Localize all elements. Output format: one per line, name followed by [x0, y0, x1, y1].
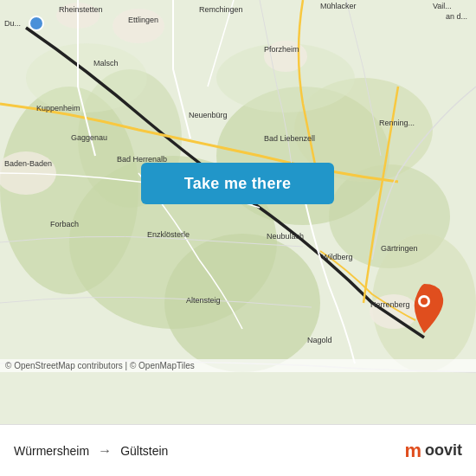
- svg-text:Gaggenau: Gaggenau: [71, 133, 107, 142]
- svg-text:Enzklösterle: Enzklösterle: [147, 230, 190, 239]
- svg-text:Baden-Baden: Baden-Baden: [4, 159, 52, 168]
- svg-text:Bad Liebenzell: Bad Liebenzell: [264, 134, 315, 143]
- map-attribution: © OpenStreetMap contributors | © OpenMap…: [0, 359, 476, 372]
- svg-text:Herrenberg: Herrenberg: [370, 300, 410, 309]
- svg-point-10: [26, 43, 147, 113]
- svg-point-11: [113, 9, 164, 43]
- svg-text:Remchingen: Remchingen: [199, 5, 243, 14]
- map-container: Rheinstetten Ettlingen Remchingen Mühlac…: [0, 0, 476, 424]
- take-me-there-button[interactable]: Take me there: [141, 163, 334, 204]
- moovit-brand-text: oovit: [425, 441, 462, 460]
- svg-text:Nagold: Nagold: [307, 336, 332, 344]
- svg-point-15: [370, 294, 418, 329]
- to-location: Gültstein: [120, 444, 168, 458]
- svg-text:Kuppenheim: Kuppenheim: [36, 104, 80, 113]
- svg-text:Forbach: Forbach: [50, 220, 79, 228]
- from-location: Würmersheim: [14, 444, 89, 458]
- route-info: Würmersheim → Gültstein: [14, 443, 404, 459]
- svg-text:Malsch: Malsch: [93, 59, 119, 68]
- route-arrow-icon: →: [98, 443, 112, 459]
- svg-text:Gärtringen: Gärtringen: [381, 244, 418, 253]
- bottom-bar: Würmersheim → Gültstein m oovit: [0, 424, 476, 476]
- moovit-logo: m oovit: [404, 440, 462, 462]
- svg-text:Vail...: Vail...: [433, 2, 452, 10]
- svg-text:Du...: Du...: [4, 19, 21, 28]
- svg-text:an d...: an d...: [446, 12, 467, 21]
- svg-point-43: [421, 298, 428, 305]
- svg-text:Mühlacker: Mühlacker: [320, 2, 357, 10]
- svg-text:Rheinstetten: Rheinstetten: [59, 5, 103, 14]
- svg-text:Neuenbürg: Neuenbürg: [189, 111, 228, 119]
- moovit-m-letter: m: [404, 440, 421, 462]
- svg-point-41: [29, 16, 43, 30]
- svg-text:Neubulach: Neubulach: [267, 232, 304, 241]
- svg-text:Renning...: Renning...: [379, 119, 415, 127]
- svg-text:Pforzheim: Pforzheim: [264, 45, 299, 54]
- svg-text:Altensteig: Altensteig: [186, 296, 221, 305]
- svg-text:Ettlingen: Ettlingen: [128, 16, 158, 24]
- svg-text:Wildberg: Wildberg: [322, 253, 353, 261]
